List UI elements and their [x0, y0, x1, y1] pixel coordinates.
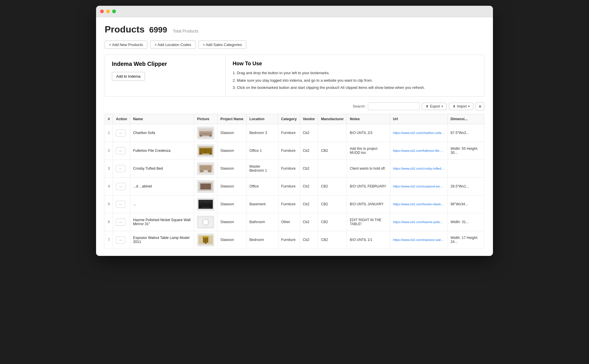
table-row: 3 ··· Crosby Tufted Bed Slawson Master B…	[105, 160, 484, 177]
svg-rect-2	[200, 135, 202, 136]
action-button[interactable]: ···	[116, 147, 125, 154]
page-header: Products 6999 Total Products	[105, 24, 484, 35]
close-button[interactable]	[100, 9, 104, 13]
row-notes-cell: B/O UNTIL 1/1	[347, 231, 390, 249]
col-action: Action	[113, 114, 130, 124]
row-picture-cell	[194, 177, 217, 195]
row-notes-cell: B/O UNTIL FEBRUARY	[347, 177, 390, 195]
svg-rect-8	[209, 153, 212, 154]
how-to-title: How To Use	[233, 61, 477, 67]
row-name-cell: Crosby Tufted Bed	[130, 160, 194, 177]
svg-point-29	[203, 236, 209, 237]
row-number: 7	[105, 231, 113, 249]
filter-icon: ≡	[479, 104, 481, 109]
products-table-container: # Action Name Picture Project Name Locat…	[105, 114, 484, 249]
col-category: Category	[278, 114, 300, 124]
col-notes: Notes	[347, 114, 390, 124]
row-project-cell: Slawson	[217, 213, 246, 231]
export-icon: ⬆	[426, 104, 429, 108]
product-name: Hazme Polished Nickel Square Wall Mirrro…	[133, 218, 191, 226]
row-url-cell: https://www.cb2.com/exposior-walnut-tabl…	[390, 231, 448, 249]
row-location-cell: Office	[246, 177, 278, 195]
row-project-cell: Slawson	[217, 231, 246, 249]
row-manufacturer-cell: CB2	[318, 177, 347, 195]
how-to-step-2: 2. Make sure you stay logged into indema…	[233, 78, 477, 83]
search-row: Search: ⬆ Export ▾ ⬇ Import ▾ ≡	[105, 102, 484, 110]
row-notes-cell: B/O UNTIL 2/3	[347, 124, 390, 142]
page-content: Products 6999 Total Products + Add New P…	[96, 17, 493, 256]
row-location-cell: Office 1	[246, 142, 278, 160]
add-to-indema-button[interactable]: Add to Indema	[112, 72, 145, 81]
row-name-cell: Fullerton File Credenza	[130, 142, 194, 160]
row-dimensions-cell: Width: 17 Height: 24...	[448, 231, 484, 249]
add-locations-button[interactable]: + Add Location Codes	[150, 41, 196, 49]
svg-rect-13	[208, 170, 212, 172]
row-url-cell: https://www.cb2.com/crosby-tufted-bed/f2…	[390, 160, 448, 177]
row-manufacturer-cell	[318, 124, 347, 142]
svg-rect-18	[206, 184, 211, 189]
row-number: 6	[105, 213, 113, 231]
product-image	[197, 127, 214, 139]
svg-rect-30	[205, 242, 206, 244]
product-name: Exposior Walnut Table Lamp Model 2011	[133, 236, 190, 244]
row-action-cell: ···	[113, 177, 130, 195]
row-url-cell: https://www.cb2.com/hazme-polished-nicke…	[390, 213, 448, 231]
filter-button[interactable]: ≡	[476, 102, 484, 110]
import-icon: ⬇	[453, 104, 456, 108]
row-dimensions-cell: Width: 31...	[448, 213, 484, 231]
row-dimensions-cell: 96"Wx34...	[448, 195, 484, 213]
row-url-cell: https://www.cb2.com/suspend-wood-entrywa…	[390, 177, 448, 195]
row-category-cell: Furniture	[278, 195, 300, 213]
page-title: Products	[105, 24, 145, 35]
table-row: 5 ··· ... Slawson Basement Furniture Cb2…	[105, 195, 484, 213]
row-url-cell: https://www.cb2.com/fullerton-file-crede…	[390, 142, 448, 160]
maximize-button[interactable]	[112, 9, 116, 13]
table-row: 2 ··· Fullerton File Credenza Slawson Of…	[105, 142, 484, 160]
product-name: ...d ...abinet	[133, 184, 152, 188]
search-input[interactable]	[368, 102, 420, 110]
product-image	[197, 198, 214, 211]
action-button[interactable]: ···	[116, 201, 125, 208]
svg-point-26	[203, 219, 209, 225]
row-picture-cell	[194, 195, 217, 213]
row-manufacturer-cell: CB2	[318, 195, 347, 213]
import-chevron-icon: ▾	[468, 105, 470, 108]
row-category-cell: Furniture	[278, 160, 300, 177]
col-url: Url	[390, 114, 448, 124]
svg-rect-22	[210, 206, 212, 208]
product-image	[197, 162, 214, 175]
clipper-section: Indema Web Clipper Add to Indema How To …	[105, 55, 484, 97]
row-name-cell: Charlton Sofa	[130, 124, 194, 142]
row-dimensions-cell: 87.5"Wx3...	[448, 124, 484, 142]
search-label: Search:	[353, 104, 366, 108]
import-button[interactable]: ⬇ Import ▾	[449, 103, 473, 110]
table-header-row: # Action Name Picture Project Name Locat…	[105, 114, 484, 124]
how-to-step-3: 3. Click on the bookmarked button and st…	[233, 85, 477, 91]
action-button[interactable]: ···	[116, 165, 125, 172]
add-products-button[interactable]: + Add New Products	[105, 41, 147, 49]
row-name-cell: Exposior Walnut Table Lamp Model 2011	[130, 231, 194, 249]
row-manufacturer-cell: CB2	[318, 213, 347, 231]
row-category-cell: Furniture	[278, 177, 300, 195]
action-button[interactable]: ···	[116, 129, 125, 137]
col-vendor: Vendor	[300, 114, 318, 124]
svg-rect-4	[199, 131, 212, 133]
row-notes-cell: Add this to project MUDD too	[347, 142, 390, 160]
add-categories-button[interactable]: + Add Sales Categories	[198, 41, 246, 49]
clipper-right: How To Use 1. Drag and drop the button t…	[226, 55, 484, 96]
export-button[interactable]: ⬆ Export ▾	[422, 103, 447, 110]
row-category-cell: Furniture	[278, 231, 300, 249]
row-action-cell: ···	[113, 160, 130, 177]
row-picture-cell	[194, 160, 217, 177]
titlebar	[96, 6, 493, 17]
action-button[interactable]: ···	[116, 236, 125, 244]
product-image	[197, 216, 214, 229]
app-window: Products 6999 Total Products + Add New P…	[96, 6, 493, 256]
row-number: 3	[105, 160, 113, 177]
minimize-button[interactable]	[106, 9, 110, 13]
action-button[interactable]: ···	[116, 183, 125, 190]
row-vendor-cell: Cb2	[300, 195, 318, 213]
row-category-cell: Other	[278, 213, 300, 231]
row-vendor-cell: Cb2	[300, 231, 318, 249]
action-button[interactable]: ···	[116, 219, 125, 226]
